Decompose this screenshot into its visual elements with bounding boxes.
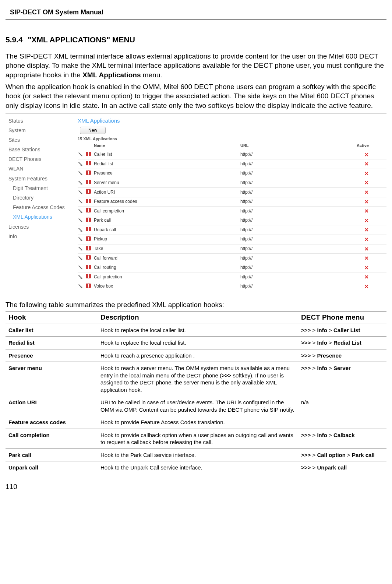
book-icon[interactable] bbox=[86, 227, 91, 231]
edit-icon[interactable] bbox=[78, 161, 84, 166]
book-icon[interactable] bbox=[86, 265, 91, 269]
sidebar-item[interactable]: Info bbox=[6, 232, 75, 241]
hook-name-cell: Park call bbox=[6, 448, 98, 461]
book-icon[interactable] bbox=[86, 274, 91, 278]
row-url: http:/// bbox=[239, 282, 287, 291]
sidebar-sub-item[interactable]: Directory bbox=[6, 193, 75, 203]
row-name: Action URI bbox=[92, 188, 239, 197]
sidebar-sub-item[interactable]: Digit Treatment bbox=[6, 183, 75, 193]
sidebar-item[interactable]: WLAN bbox=[6, 164, 75, 173]
edit-icon[interactable] bbox=[78, 236, 84, 241]
row-name: Redial list bbox=[92, 159, 239, 169]
hook-name-cell: Feature access codes bbox=[6, 416, 98, 429]
sidebar-item[interactable]: DECT Phones bbox=[6, 154, 75, 164]
paragraph-1: The SIP-DECT XML terminal interface allo… bbox=[6, 52, 386, 80]
edit-icon[interactable] bbox=[78, 198, 84, 204]
hook-menu-cell: >>> > Unpark call bbox=[298, 461, 386, 474]
sidebar-item[interactable]: System Features bbox=[6, 174, 75, 183]
edit-icon[interactable] bbox=[78, 255, 84, 260]
book-icon[interactable] bbox=[86, 170, 91, 175]
edit-icon[interactable] bbox=[78, 151, 84, 156]
book-icon[interactable] bbox=[86, 236, 91, 241]
hook-desc-cell: Hook to replace the local redial list. bbox=[98, 337, 298, 349]
book-icon[interactable] bbox=[86, 161, 91, 165]
book-icon[interactable] bbox=[86, 208, 91, 212]
hook-name-cell: Action URI bbox=[6, 396, 98, 416]
sidebar-item[interactable]: System bbox=[6, 126, 75, 135]
table-row: Unpark callhttp:///✕ bbox=[78, 225, 386, 235]
table-row: Pickuphttp:///✕ bbox=[78, 235, 386, 244]
x-icon: ✕ bbox=[364, 236, 369, 242]
row-name: Call routing bbox=[92, 263, 239, 272]
edit-icon[interactable] bbox=[78, 189, 84, 194]
section-title: "XML APPLICATIONS" MENU bbox=[28, 35, 135, 44]
hook-menu-cell bbox=[298, 416, 386, 429]
row-url: http:/// bbox=[239, 225, 287, 235]
row-url: http:/// bbox=[239, 235, 287, 244]
table-row: Call forwardhttp:///✕ bbox=[78, 254, 386, 263]
hook-name-cell: Call completion bbox=[6, 429, 98, 448]
p1-post: menu. bbox=[141, 71, 162, 79]
book-icon[interactable] bbox=[86, 199, 91, 203]
edit-icon[interactable] bbox=[78, 274, 84, 279]
hooks-table-caption: The following table summarizes the prede… bbox=[6, 300, 386, 310]
hook-desc-cell: Hook to provide Feature Access Codes tra… bbox=[98, 416, 298, 429]
col-url: URL bbox=[239, 142, 287, 150]
edit-icon[interactable] bbox=[78, 217, 84, 222]
table-row: Redial listhttp:///✕ bbox=[78, 159, 386, 169]
x-icon: ✕ bbox=[364, 208, 369, 214]
hook-name-cell: Server menu bbox=[6, 362, 98, 396]
x-icon: ✕ bbox=[364, 284, 369, 289]
paragraph-2: When the application hook is enabled in … bbox=[6, 82, 386, 110]
row-url: http:/// bbox=[239, 188, 287, 197]
row-name: Park call bbox=[92, 216, 239, 225]
hooks-row: Unpark callHook to the Unpark Call servi… bbox=[6, 461, 386, 474]
edit-icon[interactable] bbox=[78, 283, 84, 288]
hook-name-cell: Unpark call bbox=[6, 461, 98, 474]
edit-icon[interactable] bbox=[78, 180, 84, 185]
x-icon: ✕ bbox=[364, 274, 369, 280]
x-icon: ✕ bbox=[364, 265, 369, 271]
sidebar-item[interactable]: Base Stations bbox=[6, 145, 75, 154]
book-icon[interactable] bbox=[86, 180, 91, 184]
section-number: 5.9.4 bbox=[6, 35, 23, 44]
hook-name-cell: Caller list bbox=[6, 324, 98, 337]
row-name: Take bbox=[92, 244, 239, 254]
col-active: Active bbox=[287, 142, 386, 150]
row-url: http:/// bbox=[239, 159, 287, 169]
new-button[interactable]: New bbox=[80, 127, 106, 134]
x-icon: ✕ bbox=[364, 180, 369, 186]
table-row: Presencehttp:///✕ bbox=[78, 169, 386, 178]
book-icon[interactable] bbox=[86, 255, 91, 260]
hooks-row: Redial listHook to replace the local red… bbox=[6, 337, 386, 349]
hook-menu-cell: >>> > Info > Redial List bbox=[298, 337, 386, 349]
hooks-row: Feature access codesHook to provide Feat… bbox=[6, 416, 386, 429]
sidebar-item[interactable]: Licenses bbox=[6, 222, 75, 232]
book-icon[interactable] bbox=[86, 246, 91, 250]
hook-desc-cell: URI to be called in case of user/device … bbox=[98, 396, 298, 416]
hooks-table: Hook Description DECT Phone menu Caller … bbox=[6, 311, 386, 474]
edit-icon[interactable] bbox=[78, 208, 84, 213]
row-url: http:/// bbox=[239, 272, 287, 282]
edit-icon[interactable] bbox=[78, 227, 84, 232]
hook-desc-cell: Hook to the Unpark Call service interfac… bbox=[98, 461, 298, 474]
hook-menu-cell: n/a bbox=[298, 396, 386, 416]
x-icon: ✕ bbox=[364, 199, 369, 205]
edit-icon[interactable] bbox=[78, 170, 84, 175]
sidebar-item[interactable]: Sites bbox=[6, 135, 75, 145]
sidebar-sub-item[interactable]: Feature Access Codes bbox=[6, 203, 75, 212]
section-heading: 5.9.4 "XML APPLICATIONS" MENU bbox=[6, 35, 386, 45]
hook-menu-cell: >>> > Presence bbox=[298, 349, 386, 362]
sidebar-sub-item[interactable]: XML Applications bbox=[6, 212, 75, 222]
x-icon: ✕ bbox=[364, 170, 369, 176]
book-icon[interactable] bbox=[86, 189, 91, 194]
book-icon[interactable] bbox=[86, 284, 91, 288]
edit-icon[interactable] bbox=[78, 246, 84, 251]
book-icon[interactable] bbox=[86, 152, 91, 156]
sidebar-item[interactable]: Status bbox=[6, 116, 75, 126]
hook-desc-cell: Hook to replace the local caller list. bbox=[98, 324, 298, 337]
p1-bold: XML Applications bbox=[82, 71, 141, 79]
book-icon[interactable] bbox=[86, 218, 91, 222]
x-icon: ✕ bbox=[364, 152, 369, 158]
edit-icon[interactable] bbox=[78, 264, 84, 270]
